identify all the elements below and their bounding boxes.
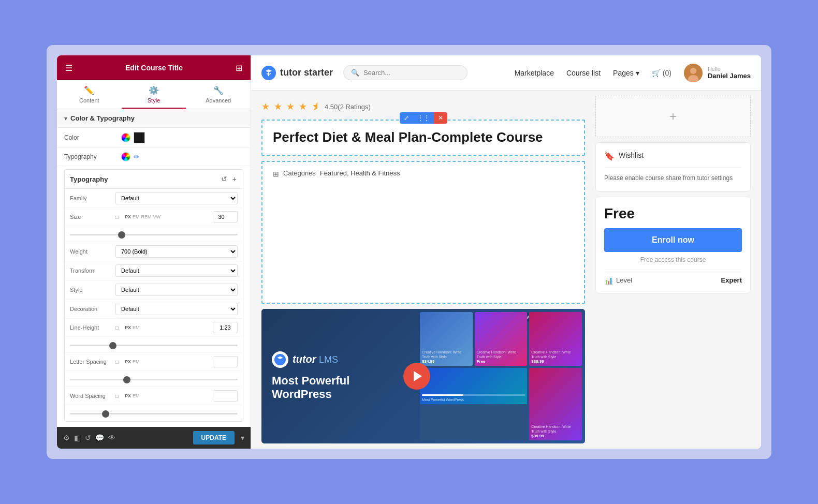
tab-advanced[interactable]: 🔧 Advanced	[186, 80, 251, 109]
plus-icon: +	[669, 109, 677, 124]
enroll-button[interactable]: Enroll now	[604, 228, 742, 252]
unit-px[interactable]: PX	[125, 214, 131, 219]
typography-reset-btn[interactable]: ↺	[220, 174, 228, 184]
unit-em[interactable]: EM	[133, 214, 140, 219]
word-spacing-slider[interactable]	[70, 413, 238, 414]
wishlist-label[interactable]: Wishlist	[619, 151, 644, 159]
cart-icon: 🛒	[652, 69, 661, 77]
typography-controls: ✏	[121, 152, 243, 161]
ws-unit-em[interactable]: EM	[133, 393, 140, 398]
share-notice: Please enable course share from tutor se…	[604, 174, 742, 183]
family-select[interactable]: Default	[115, 192, 238, 204]
history-icon[interactable]: ↺	[85, 434, 91, 442]
ls-unit-px[interactable]: PX	[125, 359, 131, 364]
star-half: ⯨	[311, 101, 320, 112]
video-thumb-4: Most Powerful WordPress	[420, 368, 527, 440]
typo-row-word-spacing: Word Spacing □ PX EM	[65, 387, 243, 405]
marketplace-link[interactable]: Marketplace	[515, 69, 554, 77]
lh-unit-em[interactable]: EM	[133, 325, 140, 330]
transform-label: Transform	[70, 268, 111, 274]
panel-header: ☰ Edit Course Title ⊞	[57, 55, 251, 80]
typo-row-transform: Transform Default	[65, 261, 243, 280]
cart-icon-wrap[interactable]: 🛒 (0)	[652, 69, 671, 77]
letter-spacing-units: PX EM	[125, 359, 140, 364]
search-input[interactable]	[363, 69, 460, 77]
weight-select[interactable]: 700 (Bold)	[115, 245, 238, 258]
comment-icon[interactable]: 💬	[95, 434, 104, 442]
panel-header-title: Edit Course Title	[72, 64, 236, 72]
content-tab-label: Content	[79, 97, 99, 103]
video-overlay: tutor LMS Most PowerfulWordPress 🕐 Watch…	[261, 309, 585, 443]
transform-select[interactable]: Default	[115, 264, 238, 277]
pages-chevron-icon: ▾	[636, 69, 639, 77]
logo-area: tutor starter	[261, 66, 333, 80]
unit-rem[interactable]: REM	[141, 214, 152, 219]
line-height-slider[interactable]	[70, 345, 238, 346]
typo-row-style: Style Default	[65, 280, 243, 300]
title-close-btn[interactable]: ✕	[434, 112, 447, 124]
rating-row: ★ ★ ★ ★ ⯨ 4.50(2 Ratings)	[261, 96, 585, 114]
title-move-btn[interactable]: ⤢	[400, 112, 413, 124]
ws-unit-px[interactable]: PX	[125, 393, 131, 398]
color-swatch[interactable]	[134, 132, 145, 143]
plus-add-box[interactable]: +	[595, 96, 751, 137]
star-2: ★	[274, 101, 282, 112]
line-height-units: PX EM	[125, 325, 140, 330]
size-range-row	[65, 226, 243, 242]
style-select[interactable]: Default	[115, 284, 238, 296]
course-title-box[interactable]: ⤢ ⋮⋮ ✕ Perfect Diet & Meal Plan-Complete…	[261, 120, 585, 156]
video-thumb-1: Creative Handson: Write Truth with Style…	[420, 312, 473, 366]
typo-row-line-height: Line-Height □ PX EM 1.23	[65, 319, 243, 337]
typography-label: Typography	[64, 153, 121, 160]
lh-unit-px[interactable]: PX	[125, 325, 131, 330]
video-play-btn[interactable]	[403, 363, 430, 390]
wishlist-bookmark-icon: 🔖	[604, 151, 615, 161]
typo-row-size: Size □ PX EM REM VW 30	[65, 208, 243, 226]
search-bar[interactable]: 🔍	[343, 65, 468, 80]
video-thumb-3: Creative Handson: Write Truth with Style…	[529, 312, 582, 366]
size-input[interactable]: 30	[213, 211, 238, 223]
pages-dropdown[interactable]: Pages ▾	[613, 69, 639, 77]
user-section[interactable]: Hello Daniel James	[684, 64, 751, 82]
color-globe-icon[interactable]	[121, 133, 130, 142]
title-dots-btn[interactable]: ⋮⋮	[413, 112, 434, 124]
section-header-color-typography[interactable]: ▾ Color & Typography	[57, 109, 251, 128]
main-container: ☰ Edit Course Title ⊞ ✏️ Content ⚙️ Styl…	[57, 55, 761, 449]
typography-globe-icon[interactable]	[121, 152, 130, 161]
layers-icon[interactable]: ◧	[74, 434, 81, 442]
svg-point-2	[690, 68, 696, 74]
typography-add-btn[interactable]: +	[231, 174, 238, 184]
course-main: ★ ★ ★ ★ ⯨ 4.50(2 Ratings) ⤢ ⋮⋮	[261, 96, 585, 443]
course-list-link[interactable]: Course list	[566, 69, 601, 77]
video-section[interactable]: tutor LMS Most PowerfulWordPress 🕐 Watch…	[261, 309, 585, 443]
style-tab-label: Style	[148, 97, 160, 103]
typography-box: Typography ↺ + Family Default Size	[64, 169, 243, 422]
tab-style[interactable]: ⚙️ Style	[122, 80, 186, 109]
video-logo-area: tutor LMS	[272, 351, 406, 368]
typography-edit-icon[interactable]: ✏	[134, 153, 140, 161]
level-left: 📊 Level	[604, 276, 632, 285]
letter-spacing-input[interactable]	[213, 356, 238, 367]
size-slider[interactable]	[70, 234, 238, 235]
bottom-bar-expand-icon[interactable]: ▾	[241, 434, 244, 442]
ls-unit-em[interactable]: EM	[133, 359, 140, 364]
star-4: ★	[299, 101, 307, 112]
decoration-select[interactable]: Default	[115, 303, 238, 315]
update-button[interactable]: UPDATE	[193, 431, 235, 444]
video-headline: Most PowerfulWordPress	[272, 374, 406, 402]
typography-box-title: Typography	[70, 175, 108, 183]
line-height-input[interactable]: 1.23	[213, 322, 238, 333]
line-height-range-row	[65, 337, 243, 353]
unit-vw[interactable]: VW	[153, 214, 161, 219]
eye-icon[interactable]: 👁	[108, 434, 115, 442]
word-spacing-range-row	[65, 405, 243, 421]
right-content: tutor starter 🔍 Marketplace Course list …	[251, 55, 761, 449]
word-spacing-input[interactable]	[213, 390, 238, 402]
grid-icon[interactable]: ⊞	[236, 63, 242, 73]
tab-content[interactable]: ✏️ Content	[57, 80, 122, 109]
settings-icon[interactable]: ⚙	[63, 434, 70, 442]
letter-spacing-slider[interactable]	[70, 379, 238, 380]
hamburger-icon[interactable]: ☰	[65, 63, 72, 73]
video-logo-text: tutor LMS	[293, 353, 338, 365]
typo-row-family: Family Default	[65, 189, 243, 208]
